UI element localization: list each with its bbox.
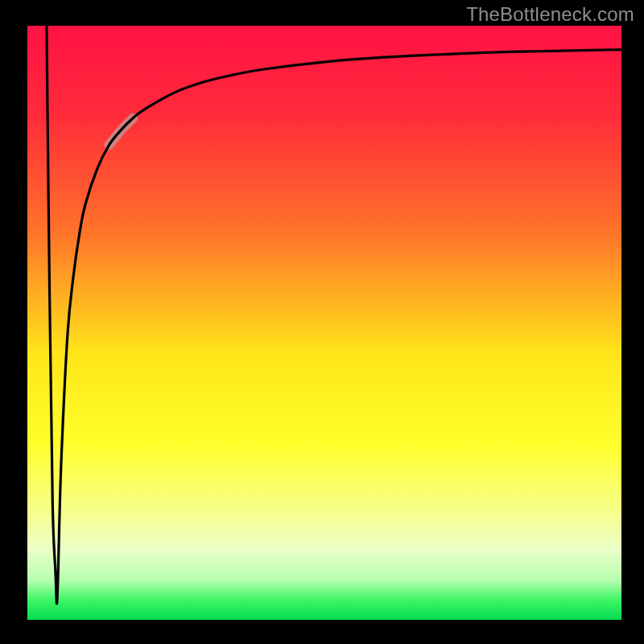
plot-background (26, 26, 621, 621)
bottleneck-chart (0, 0, 644, 644)
chart-container: TheBottleneck.com (0, 0, 644, 644)
attribution-watermark: TheBottleneck.com (466, 3, 634, 26)
